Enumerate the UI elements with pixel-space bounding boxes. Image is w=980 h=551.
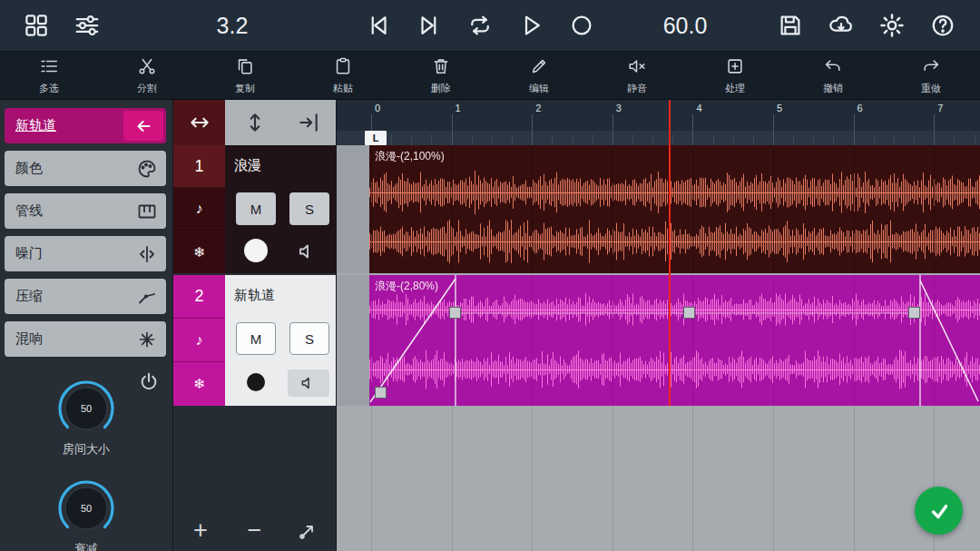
selected-track-button[interactable]: 新轨道 — [5, 108, 166, 143]
settings-gear-icon[interactable] — [876, 9, 908, 42]
undo-icon — [823, 56, 843, 80]
knob-value: 50 — [54, 377, 118, 440]
speaker-icon — [299, 374, 318, 392]
room-size-knob[interactable]: 50 — [54, 377, 118, 440]
midi-note-icon[interactable]: ♪ — [173, 319, 225, 362]
toolbar-undo-button[interactable]: 撤销 — [784, 52, 882, 99]
track-name[interactable]: 新轨道 — [234, 287, 275, 304]
move-horizontal-tool[interactable] — [173, 100, 225, 145]
ruler-bar-label: 7 — [937, 103, 943, 113]
toolbar-redo-button[interactable]: 重做 — [882, 52, 980, 99]
send-route-icon — [298, 519, 319, 541]
speaker-icon — [297, 241, 318, 262]
sidebar-item-label: 噪门 — [15, 245, 43, 262]
track-2-lane: 浪漫-(2,80%) — [337, 275, 980, 406]
mute-button[interactable]: M — [236, 192, 276, 225]
sidebar-item-color[interactable]: 颜色 — [5, 151, 166, 186]
midi-note-icon[interactable]: ♪ — [173, 188, 225, 231]
sidebar-item-reverb[interactable]: 混响 — [5, 321, 166, 357]
save-icon[interactable] — [774, 9, 807, 42]
selected-track-label: 新轨道 — [15, 117, 56, 134]
toolbar-process-button[interactable]: 处理 — [686, 52, 784, 99]
sidebar-item-compressor[interactable]: 压缩 — [5, 279, 166, 314]
position-display[interactable]: 3.2 — [187, 0, 278, 51]
toolbar-label: 编辑 — [529, 82, 549, 95]
play-icon[interactable] — [514, 9, 547, 42]
move-horizontal-icon — [188, 111, 211, 134]
sidebar-item-routing[interactable]: 管线 — [5, 193, 166, 229]
empty-grid[interactable] — [337, 406, 980, 551]
resize-vertical-icon — [243, 111, 267, 134]
record-arm-button[interactable] — [244, 239, 268, 262]
envelope-node[interactable] — [683, 307, 695, 319]
envelope-node[interactable] — [908, 307, 920, 319]
toolbar-split-button[interactable]: 分割 — [98, 52, 196, 99]
sidebar-item-gate[interactable]: 噪门 — [5, 236, 166, 271]
add-track-button[interactable]: + — [181, 515, 220, 546]
route-track-button[interactable] — [289, 515, 328, 546]
toolbar-label: 多选 — [39, 82, 59, 95]
track-2-audio-clip[interactable]: 浪漫-(2,80%) — [369, 275, 980, 406]
toolbar-label: 撤销 — [823, 82, 843, 95]
toolbar-paste-button[interactable]: 粘贴 — [294, 52, 392, 99]
toolbar-label: 分割 — [137, 82, 157, 95]
solo-button[interactable]: S — [289, 322, 329, 355]
toolbar-label: 粘贴 — [333, 82, 353, 95]
toolbar-label: 重做 — [921, 82, 941, 95]
track-2-body: 新轨道 M S — [225, 275, 336, 406]
mute-button[interactable]: M — [236, 322, 276, 355]
track-1-color-column: 1 ♪ ❄ — [173, 145, 225, 273]
loop-marker[interactable]: L — [365, 131, 387, 145]
ruler-bar-label: 1 — [456, 103, 461, 113]
power-icon[interactable] — [135, 369, 162, 396]
track-1-header: 1 ♪ ❄ 浪漫 M S — [173, 145, 336, 273]
ruler[interactable]: 01234567 — [337, 100, 980, 145]
envelope-node[interactable] — [449, 307, 461, 319]
record-icon[interactable] — [565, 9, 598, 42]
help-icon[interactable] — [926, 9, 959, 42]
toolbar-delete-button[interactable]: 删除 — [392, 52, 490, 99]
solo-button[interactable]: S — [289, 192, 329, 225]
snap-tool[interactable] — [292, 106, 325, 139]
monitor-speaker-button[interactable] — [291, 235, 324, 268]
record-arm-button[interactable] — [247, 373, 265, 391]
toolbar-multiselect-button[interactable]: 多选 — [0, 52, 98, 99]
sidebar-item-label: 混响 — [15, 330, 43, 348]
monitor-speaker-button[interactable] — [288, 369, 329, 397]
freeze-icon[interactable]: ❄ — [173, 231, 225, 273]
skip-back-icon[interactable] — [362, 9, 395, 42]
tempo-display[interactable]: 60.0 — [640, 0, 730, 51]
toolbar-mute-button[interactable]: 静音 — [588, 52, 686, 99]
process-icon — [725, 56, 745, 80]
fade-in-handle[interactable] — [375, 387, 387, 398]
track-2-header: 2 ♪ ❄ 新轨道 M S — [173, 275, 336, 406]
trash-icon — [431, 56, 451, 80]
toolbar-label: 静音 — [627, 82, 647, 95]
marker-lane[interactable] — [337, 131, 980, 145]
track-name[interactable]: 浪漫 — [234, 157, 261, 174]
ruler-bar-label: 3 — [616, 103, 622, 113]
ruler-bar-label: 6 — [858, 103, 863, 113]
track-1-audio-clip[interactable]: 浪漫-(2,100%) — [369, 145, 980, 273]
resize-vertical-tool[interactable] — [239, 106, 271, 139]
track-number[interactable]: 1 — [173, 145, 225, 188]
loop-icon[interactable] — [464, 9, 496, 42]
mixer-sliders-icon[interactable] — [71, 9, 103, 42]
skip-forward-icon[interactable] — [413, 9, 446, 42]
toolbar-label: 删除 — [431, 82, 451, 95]
collapse-arrow-button[interactable] — [123, 111, 163, 141]
freeze-icon[interactable]: ❄ — [173, 362, 225, 406]
toolbar-label: 处理 — [725, 82, 745, 95]
toolbar-edit-button[interactable]: 编辑 — [490, 52, 588, 99]
ruler-bar-label: 5 — [777, 103, 782, 113]
track-number[interactable]: 2 — [173, 275, 225, 319]
confirm-button[interactable] — [915, 487, 963, 535]
playhead[interactable] — [669, 100, 671, 406]
track1-waveform — [369, 145, 980, 273]
track-1-lane: 浪漫-(2,100%) — [337, 145, 980, 273]
decay-knob[interactable]: 50 — [54, 477, 118, 540]
remove-track-button[interactable]: − — [234, 515, 274, 546]
projects-grid-icon[interactable] — [20, 9, 53, 42]
cloud-download-icon[interactable] — [825, 9, 858, 42]
toolbar-copy-button[interactable]: 复制 — [196, 52, 294, 99]
